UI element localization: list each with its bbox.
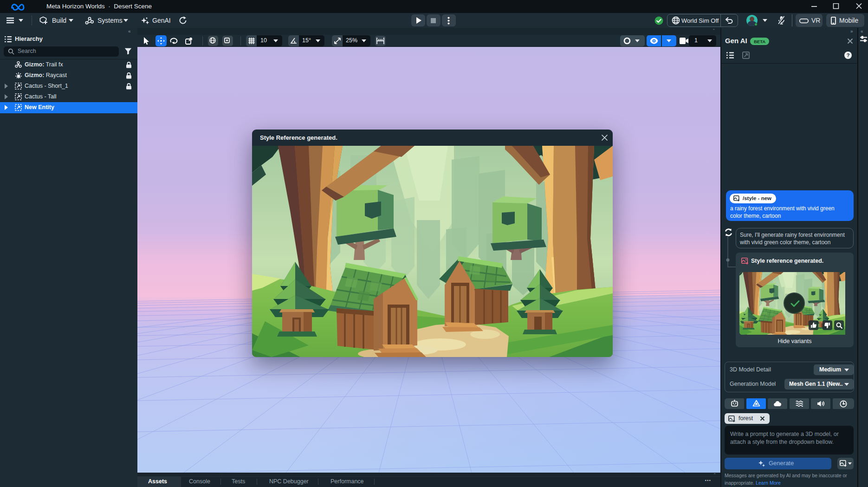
svg-text:?: ? (847, 52, 850, 58)
